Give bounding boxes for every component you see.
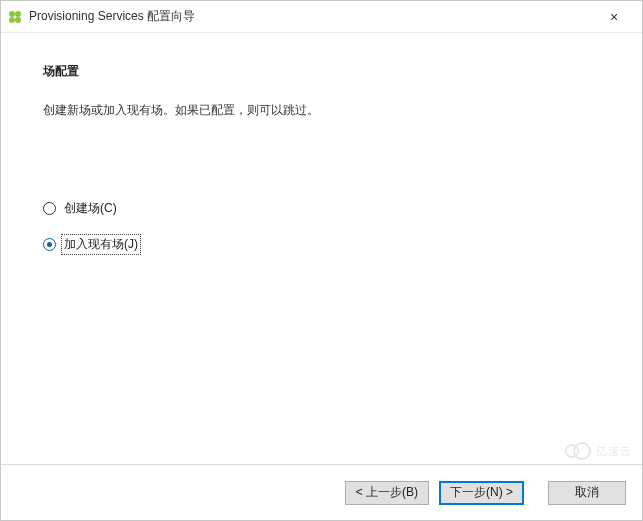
option-create-farm[interactable]: 创建场(C) bbox=[43, 199, 610, 217]
wizard-content: 场配置 创建新场或加入现有场。如果已配置，则可以跳过。 创建场(C) 加入现有场… bbox=[1, 33, 642, 281]
titlebar: Provisioning Services 配置向导 × bbox=[1, 1, 642, 33]
cancel-button[interactable]: 取消 bbox=[548, 481, 626, 505]
next-button[interactable]: 下一步(N) > bbox=[439, 481, 524, 505]
app-icon bbox=[7, 9, 23, 25]
watermark-text: 亿速云 bbox=[596, 445, 632, 457]
svg-point-2 bbox=[9, 17, 15, 23]
page-heading: 场配置 bbox=[43, 63, 610, 80]
svg-point-0 bbox=[9, 11, 15, 17]
option-create-farm-label: 创建场(C) bbox=[62, 199, 119, 218]
farm-options-group: 创建场(C) 加入现有场(J) bbox=[43, 199, 610, 253]
option-join-farm-label: 加入现有场(J) bbox=[62, 235, 140, 254]
svg-point-3 bbox=[15, 17, 21, 23]
button-bar: < 上一步(B) 下一步(N) > 取消 bbox=[1, 464, 642, 520]
window-title: Provisioning Services 配置向导 bbox=[29, 8, 594, 25]
option-join-farm[interactable]: 加入现有场(J) bbox=[43, 235, 610, 253]
radio-icon bbox=[43, 202, 56, 215]
watermark: 亿速云 bbox=[565, 442, 632, 460]
close-icon: × bbox=[610, 9, 618, 25]
close-button[interactable]: × bbox=[594, 3, 634, 31]
page-description: 创建新场或加入现有场。如果已配置，则可以跳过。 bbox=[43, 102, 610, 119]
radio-icon bbox=[43, 238, 56, 251]
svg-point-1 bbox=[15, 11, 21, 17]
back-button[interactable]: < 上一步(B) bbox=[345, 481, 429, 505]
